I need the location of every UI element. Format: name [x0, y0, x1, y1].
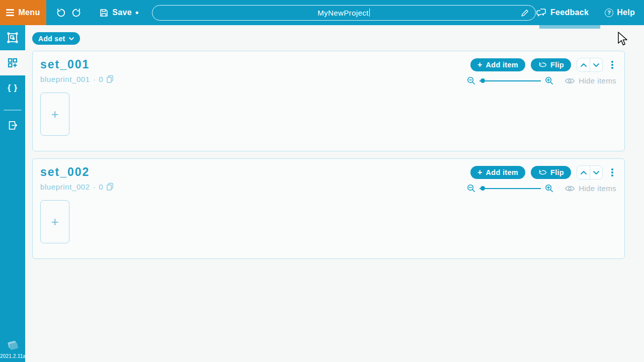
help-label: Help	[617, 8, 635, 17]
flip-button[interactable]: Flip	[531, 166, 571, 179]
sidebar-item-export[interactable]	[0, 113, 25, 138]
set-header: set_001 blueprint_001 · 0	[40, 58, 114, 83]
separator-dot: ·	[93, 183, 96, 191]
add-item-button[interactable]: + Add item	[470, 166, 525, 179]
chevron-down-icon	[593, 63, 599, 67]
undo-icon	[55, 8, 66, 18]
hide-items-toggle[interactable]: Hide items	[565, 184, 616, 193]
feedback-label: Feedback	[550, 8, 589, 17]
set-panel: set_002 blueprint_002 · 0 +	[32, 158, 625, 259]
redo-icon	[71, 8, 82, 18]
plus-icon: +	[477, 61, 482, 69]
chevron-down-icon	[593, 171, 599, 174]
undo-button[interactable]	[53, 4, 68, 21]
copy-icon[interactable]	[106, 75, 114, 83]
zoom-in-button[interactable]	[545, 184, 553, 193]
set-header: set_002 blueprint_002 · 0	[40, 165, 114, 191]
set-blueprint-name: blueprint_002	[40, 183, 90, 191]
zoom-out-button[interactable]	[467, 184, 475, 193]
zoom-in-icon	[545, 184, 553, 193]
add-item-button[interactable]: + Add item	[470, 58, 525, 71]
zoom-slider-thumb[interactable]	[480, 186, 485, 191]
blueprint-select-icon	[7, 32, 19, 44]
hamburger-icon	[6, 9, 14, 16]
feedback-active-indicator	[539, 25, 600, 29]
zoom-slider-thumb[interactable]	[480, 78, 485, 83]
save-button[interactable]: Save •	[99, 8, 138, 18]
set-title: set_002	[40, 165, 114, 179]
set-menu-button[interactable]	[608, 166, 616, 179]
main-content: Add set set_001 blueprint_001 · 0	[25, 25, 644, 362]
version-box: 2021.2.11a	[0, 339, 25, 359]
plus-icon: +	[51, 214, 58, 230]
chevron-up-icon	[581, 63, 587, 67]
copy-icon[interactable]	[106, 183, 114, 191]
version-label: 2021.2.11a	[0, 353, 25, 359]
set-item-count: 0	[99, 75, 103, 83]
reorder-group	[577, 165, 603, 179]
zoom-slider[interactable]	[479, 185, 541, 192]
reorder-group	[577, 58, 603, 72]
flip-label: Flip	[550, 61, 564, 69]
add-item-placeholder[interactable]: +	[40, 93, 69, 136]
separator-dot: ·	[93, 75, 96, 83]
hide-items-label: Hide items	[579, 76, 616, 85]
sidebar-item-blueprints[interactable]	[0, 25, 25, 50]
zoom-in-button[interactable]	[545, 76, 553, 85]
zoom-slider[interactable]	[479, 77, 541, 84]
plus-icon: +	[51, 107, 58, 122]
topbar: Menu Save • MyNewProject	[0, 0, 644, 25]
add-set-button[interactable]: Add set	[32, 32, 80, 45]
move-set-up-button[interactable]	[577, 166, 590, 179]
set-blueprint-name: blueprint_001	[40, 75, 90, 83]
move-set-down-button[interactable]	[590, 166, 602, 179]
flip-button[interactable]: Flip	[531, 58, 571, 71]
unsaved-indicator: •	[135, 10, 139, 15]
zoom-out-icon	[467, 184, 475, 193]
menu-label: Menu	[18, 8, 40, 17]
add-item-placeholder[interactable]: +	[40, 200, 69, 243]
zoom-out-icon	[467, 76, 475, 85]
zoom-out-button[interactable]	[467, 76, 475, 85]
chevron-up-icon	[581, 171, 587, 174]
save-icon	[99, 8, 109, 18]
braces-icon: { }	[8, 83, 18, 93]
flip-label: Flip	[550, 168, 564, 176]
eye-icon	[565, 185, 575, 192]
set-panel: set_001 blueprint_001 · 0 +	[32, 51, 625, 151]
hide-items-label: Hide items	[579, 184, 616, 193]
text-caret	[369, 9, 370, 17]
pencil-icon	[520, 9, 529, 19]
sets-grid-plus-icon	[7, 57, 19, 69]
project-name-text: MyNewProject	[317, 9, 369, 17]
sidebar: { } 2021.2.11a	[0, 25, 25, 362]
add-item-label: Add item	[486, 61, 518, 69]
feedback-button[interactable]: Feedback	[536, 8, 589, 18]
save-label: Save	[112, 8, 132, 17]
sidebar-item-sets[interactable]	[0, 50, 25, 75]
flip-icon	[538, 169, 547, 176]
sidebar-divider	[4, 110, 22, 111]
zoom-slider-track	[479, 188, 541, 189]
chevron-down-icon	[69, 37, 74, 40]
card-stack-icon	[6, 339, 20, 352]
project-name-input[interactable]: MyNewProject	[152, 5, 536, 21]
menu-button[interactable]: Menu	[0, 0, 46, 25]
add-item-label: Add item	[486, 168, 518, 176]
hide-items-toggle[interactable]: Hide items	[565, 76, 616, 85]
zoom-slider-track	[479, 80, 541, 81]
eye-icon	[565, 77, 575, 84]
help-button[interactable]: ? Help	[605, 8, 635, 17]
redo-button[interactable]	[69, 4, 85, 21]
zoom-in-icon	[545, 76, 553, 85]
sidebar-item-data[interactable]: { }	[0, 75, 25, 101]
set-menu-button[interactable]	[608, 58, 616, 71]
add-set-label: Add set	[38, 35, 65, 43]
export-icon	[7, 120, 18, 131]
move-set-up-button[interactable]	[577, 58, 590, 71]
plus-icon: +	[477, 168, 482, 176]
flip-icon	[538, 62, 547, 68]
feedback-icon	[536, 8, 547, 18]
move-set-down-button[interactable]	[590, 58, 602, 71]
set-title: set_001	[40, 58, 114, 71]
